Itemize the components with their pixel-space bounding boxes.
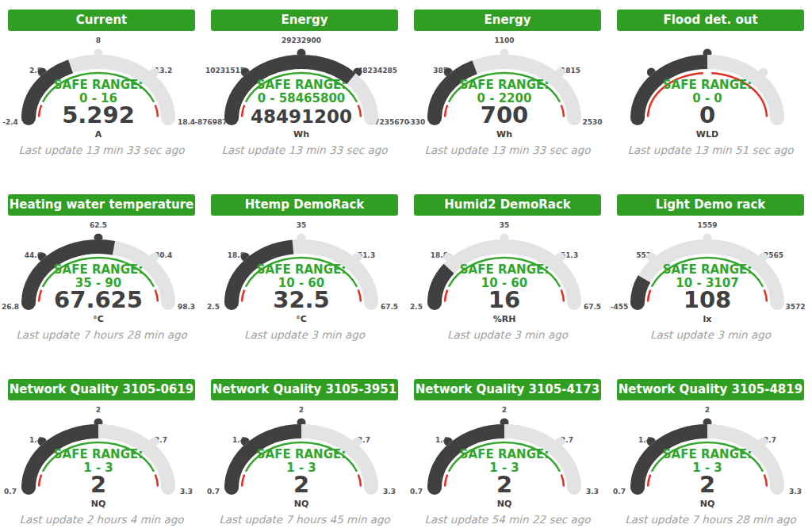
out-of-range-arc-low [242,105,244,117]
tick-label-min: 2.5 [207,303,220,311]
gauge-unit: NQ [294,499,309,509]
last-update-text: Last update 7 hours 45 min ago [203,513,406,526]
tick-label-max: 2530 [582,118,602,126]
gauge-title: Flood det. out [617,10,804,31]
gauge-fill-cap [224,480,239,495]
out-of-range-arc-low [445,105,447,117]
gauge-value: 2 [496,471,512,498]
gauge-dial: 2.567.518.83551.3SAFE RANGE:10 - 6016%RH [406,216,609,327]
gauge-dial: 2.567.518.83551.3SAFE RANGE:10 - 6032.5°… [203,216,406,327]
tick-label-max: 3.3 [383,488,396,496]
out-of-range-arc-high [561,290,564,302]
out-of-range-arc-high [561,105,564,117]
out-of-range-arc-high [764,290,767,302]
safe-range-value: 0 - 58465800 [258,91,346,105]
tick-label-min: -455 [611,303,629,311]
tick-label-mid: 8 [96,36,101,44]
gauge-card: Light Demo rack-455357255215592565SAFE R… [609,185,812,369]
tick-label-min: 0.7 [410,488,423,496]
gauge-card: Htemp DemoRack2.567.518.83551.3SAFE RANG… [203,185,406,369]
gauge-value: 2 [293,471,309,498]
gauge-card: Energy-330253038511001815SAFE RANGE:0 - … [406,0,609,185]
gauge-unit: %RH [493,314,516,324]
gauge-dial: -330253038511001815SAFE RANGE:0 - 220070… [406,31,609,142]
tick-label-max: 3.3 [586,488,599,496]
gauge-fill-cap [224,296,239,310]
gauge-title: Network Quality 3105-0619 [8,379,195,400]
out-of-range-arc-low [445,475,447,487]
tick-label-max: 67.5 [584,303,601,311]
last-update-text: Last update 3 min ago [203,328,406,341]
gauge-unit: Wh [496,129,512,140]
safe-range-label: SAFE RANGE: [663,262,752,277]
gauge-dial: -455357255215592565SAFE RANGE:10 - 31071… [609,216,812,327]
gauge-dial: SAFE RANGE:0 - 00WLD [609,31,812,142]
gauge-card: Energy-876987067235670102315152923290048… [203,0,406,185]
out-of-range-arc-high [561,475,564,487]
tick-label-mid: 35 [297,221,307,229]
gauge-grid: Current-2.418.42.8813.2SAFE RANGE:0 - 16… [0,0,812,532]
gauge-band-cap [161,480,175,495]
gauge-value: 108 [684,286,732,313]
gauge-unit: WLD [696,129,718,140]
tick-label-min: 0.7 [613,488,626,496]
last-update-text: Last update 3 min ago [609,328,812,341]
last-update-text: Last update 13 min 33 sec ago [203,144,406,156]
gauge-fill-cap [21,296,36,310]
out-of-range-arc-low [242,290,244,302]
tick-label-min: 26.8 [2,303,19,311]
safe-range-label: SAFE RANGE: [54,447,143,461]
out-of-range-arc-low [39,105,41,117]
gauge-card: Humid2 DemoRack2.567.518.83551.3SAFE RAN… [406,185,609,369]
gauge-band-cap [770,296,784,310]
last-update-text: Last update 7 hours 28 min ago [0,328,203,341]
last-update-text: Last update 13 min 33 sec ago [406,144,609,156]
gauge-fill-cap [224,111,239,125]
gauge-title: Network Quality 3105-4819 [617,379,804,400]
tick-label-mid: 2 [96,406,101,414]
gauge-band-cap [161,111,175,125]
out-of-range-arc-low [39,290,41,302]
tick-label-max: 3.3 [180,488,193,496]
gauge-band-cap [364,480,378,495]
gauge-value: 67.625 [54,286,143,313]
gauge-card: Network Quality 3105-48190.73.31.422.7SA… [609,369,812,532]
gauge-fill-cap [21,480,36,495]
gauge-unit: A [95,129,102,140]
gauge-unit: NQ [700,499,715,509]
gauge-value: 700 [481,101,529,128]
out-of-range-arc-high [358,105,361,117]
gauge-title: Network Quality 3105-4173 [414,379,601,400]
out-of-range-arc-low [648,290,650,302]
tick-label-min: -330 [408,118,426,126]
gauge-unit: °C [296,314,307,324]
gauge-title: Humid2 DemoRack [414,194,601,216]
safe-range-label: SAFE RANGE: [257,78,346,92]
last-update-text: Last update 54 min 22 sec ago [406,513,609,526]
gauge-title: Light Demo rack [617,194,804,216]
last-update-text: Last update 2 hours 4 min ago [0,513,203,526]
gauge-title: Htemp DemoRack [211,194,398,216]
tick-label-mid: 1100 [494,36,514,44]
out-of-range-arc-high [358,290,361,302]
tick-label-max: 3572 [785,303,805,311]
out-of-range-arc-low [648,475,650,487]
gauge-band-cap [161,296,175,310]
safe-range-label: SAFE RANGE: [257,262,346,277]
gauge-fill-cap [630,296,645,310]
safe-range-label: SAFE RANGE: [663,447,752,461]
last-update-text: Last update 13 min 33 sec ago [0,144,203,156]
tick-label-min: 0.7 [207,488,220,496]
tick-label-mid: 29232900 [282,36,321,44]
tick-label-max: 3.3 [789,488,802,496]
gauge-card: Heating water temperature26.898.344.662.… [0,185,203,369]
tick-label-max: 98.3 [178,303,195,311]
gauge-dial: 0.73.31.422.7SAFE RANGE:1 - 32NQ [203,400,406,511]
gauge-band-cap [364,296,378,310]
tick-label-max: 18.4 [178,118,195,126]
gauge-title: Energy [414,10,601,31]
tick-label-mid: 35 [500,221,510,229]
out-of-range-arc-low [39,475,41,487]
gauge-card: Network Quality 3105-06190.73.31.422.7SA… [0,369,203,532]
tick-label-q1: 10231515 [205,67,245,75]
